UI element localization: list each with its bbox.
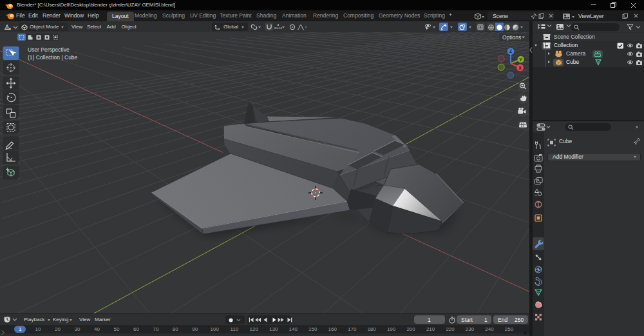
svg-text:Z: Z [509, 49, 513, 54]
svg-text:(1) Collection | Cube: (1) Collection | Cube [28, 54, 78, 61]
svg-text:Y: Y [519, 57, 522, 62]
svg-text:User Perspective: User Perspective [28, 46, 70, 53]
svg-text:X: X [518, 66, 522, 70]
svg-text:Options: Options [502, 34, 521, 41]
